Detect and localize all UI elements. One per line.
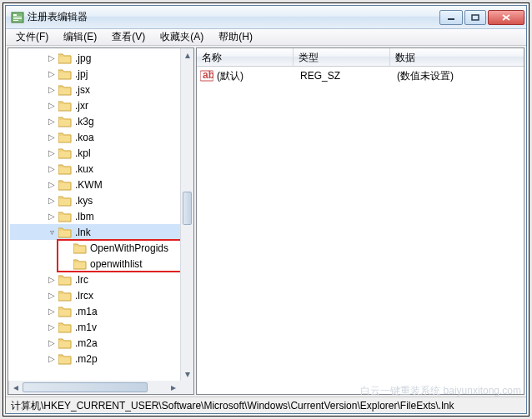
- svg-rect-4: [13, 20, 18, 21]
- svg-rect-3: [13, 18, 22, 19]
- tree-item[interactable]: ▷.KWM: [10, 177, 193, 192]
- tree-item-label: .lrcx: [75, 290, 93, 302]
- svg-text:ab: ab: [203, 70, 213, 81]
- tree-item-label: .lbm: [75, 211, 94, 222]
- tree-item-label: .m1v: [75, 322, 97, 333]
- tree-item[interactable]: ▷.m1v: [10, 319, 193, 335]
- expand-icon[interactable]: ▷: [47, 212, 57, 222]
- folder-icon: [58, 322, 72, 333]
- scrollbar-thumb[interactable]: [23, 382, 148, 392]
- folder-icon: [58, 211, 72, 222]
- list-body[interactable]: ab (默认) REG_SZ (数值未设置): [197, 67, 524, 394]
- expand-icon[interactable]: ▷: [47, 69, 57, 79]
- tree-item-label: .kux: [75, 163, 93, 175]
- folder-icon: [58, 274, 72, 286]
- tree-item[interactable]: ▷.lbm: [10, 208, 193, 224]
- expand-icon[interactable]: ▷: [47, 354, 57, 364]
- tree-horizontal-scrollbar[interactable]: ◂ ▸: [8, 381, 180, 394]
- menubar: 文件(F) 编辑(E) 查看(V) 收藏夹(A) 帮助(H): [6, 29, 526, 46]
- tree-item-label: .jxr: [75, 100, 88, 112]
- expand-icon[interactable]: ▷: [47, 291, 57, 301]
- expand-icon[interactable]: ▷: [47, 338, 57, 348]
- folder-icon: [58, 68, 72, 80]
- tree-item[interactable]: ▷.lrcx: [10, 287, 193, 303]
- header-name[interactable]: 名称: [197, 48, 294, 66]
- tree-item[interactable]: ▷.jpj: [10, 66, 193, 82]
- tree-item[interactable]: ▷.m2a: [10, 335, 193, 351]
- folder-icon: [58, 116, 72, 127]
- expand-icon[interactable]: ▷: [47, 53, 57, 63]
- menu-favorites[interactable]: 收藏夹(A): [153, 28, 210, 46]
- value-type: REG_SZ: [295, 70, 392, 82]
- titlebar[interactable]: 注册表编辑器: [6, 6, 526, 29]
- header-data[interactable]: 数据: [390, 48, 524, 66]
- tree-item-label: .lrc: [75, 274, 88, 286]
- expand-icon[interactable]: ▷: [47, 164, 57, 174]
- tree-item[interactable]: ▷.kys: [10, 192, 193, 208]
- folder-icon: [58, 290, 72, 302]
- tree-item[interactable]: ▷.jpg: [10, 50, 193, 66]
- expand-icon[interactable]: [62, 243, 72, 253]
- tree-item-label: .lnk: [75, 227, 91, 238]
- regedit-icon: [11, 11, 24, 24]
- tree-item-label: .jpg: [75, 52, 91, 64]
- tree-item[interactable]: ▷.jsx: [10, 82, 193, 97]
- expand-icon[interactable]: ▷: [47, 132, 57, 142]
- menu-file[interactable]: 文件(F): [9, 28, 55, 46]
- tree-item-label: OpenWithProgids: [90, 242, 168, 254]
- tree-item[interactable]: ▷.lrc: [10, 272, 193, 287]
- tree-item[interactable]: openwithlist: [10, 256, 193, 272]
- close-button[interactable]: [488, 10, 524, 25]
- tree-pane: ▷.jpg▷.jpj▷.jsx▷.jxr▷.k3g▷.koa▷.kpl▷.kux…: [8, 47, 194, 395]
- window-title: 注册表编辑器: [28, 10, 439, 24]
- expand-icon[interactable]: ▿: [47, 227, 57, 237]
- folder-icon: [58, 84, 72, 96]
- expand-icon[interactable]: ▷: [47, 196, 57, 206]
- tree-vertical-scrollbar[interactable]: ▴ ▾: [180, 48, 193, 381]
- registry-tree[interactable]: ▷.jpg▷.jpj▷.jsx▷.jxr▷.k3g▷.koa▷.kpl▷.kux…: [8, 48, 193, 394]
- scrollbar-corner: [180, 381, 193, 394]
- expand-icon[interactable]: ▷: [47, 322, 57, 332]
- tree-item[interactable]: ▷.koa: [10, 129, 193, 145]
- tree-item-label: .kpl: [75, 147, 91, 159]
- folder-icon: [58, 337, 72, 349]
- menu-help[interactable]: 帮助(H): [212, 28, 259, 46]
- window: 注册表编辑器 文件(F) 编辑(E) 查看(V) 收藏夹(A) 帮助(H) ▷.…: [5, 5, 527, 414]
- tree-item[interactable]: ▷.kpl: [10, 145, 193, 161]
- folder-icon: [73, 258, 87, 270]
- folder-icon: [58, 100, 72, 112]
- expand-icon[interactable]: [62, 259, 72, 269]
- tree-item[interactable]: ▷.m2p: [10, 351, 193, 367]
- tree-item[interactable]: ▷.k3g: [10, 113, 193, 129]
- folder-icon: [58, 132, 72, 143]
- svg-rect-2: [13, 17, 22, 17]
- expand-icon[interactable]: ▷: [47, 117, 57, 127]
- header-type[interactable]: 类型: [294, 48, 390, 66]
- maximize-button[interactable]: [464, 10, 486, 25]
- tree-item-label: .kys: [75, 195, 93, 207]
- tree-item-label: .m1a: [75, 306, 98, 317]
- menu-view[interactable]: 查看(V): [105, 28, 152, 46]
- expand-icon[interactable]: ▷: [47, 307, 57, 317]
- folder-icon: [58, 147, 72, 159]
- expand-icon[interactable]: ▷: [47, 180, 57, 190]
- tree-item[interactable]: ▷.m1a: [10, 303, 193, 319]
- expand-icon[interactable]: ▷: [47, 148, 57, 158]
- list-row[interactable]: ab (默认) REG_SZ (数值未设置): [198, 68, 522, 83]
- list-headers: 名称 类型 数据: [197, 48, 524, 67]
- expand-icon[interactable]: ▷: [47, 101, 57, 111]
- tree-item-label: .m2a: [75, 337, 98, 349]
- minimize-button[interactable]: [439, 10, 463, 25]
- tree-item[interactable]: ▿.lnk: [10, 224, 193, 240]
- string-value-icon: ab: [200, 69, 213, 82]
- scrollbar-thumb[interactable]: [183, 192, 192, 225]
- tree-item[interactable]: OpenWithProgids: [10, 240, 193, 256]
- tree-item[interactable]: ▷.jxr: [10, 97, 193, 113]
- tree-item-label: .koa: [75, 132, 94, 143]
- tree-item[interactable]: ▷.kux: [10, 161, 193, 177]
- tree-item-label: .jsx: [75, 84, 90, 96]
- menu-edit[interactable]: 编辑(E): [57, 28, 103, 46]
- svg-rect-1: [13, 14, 17, 16]
- expand-icon[interactable]: ▷: [47, 275, 57, 285]
- expand-icon[interactable]: ▷: [47, 85, 57, 95]
